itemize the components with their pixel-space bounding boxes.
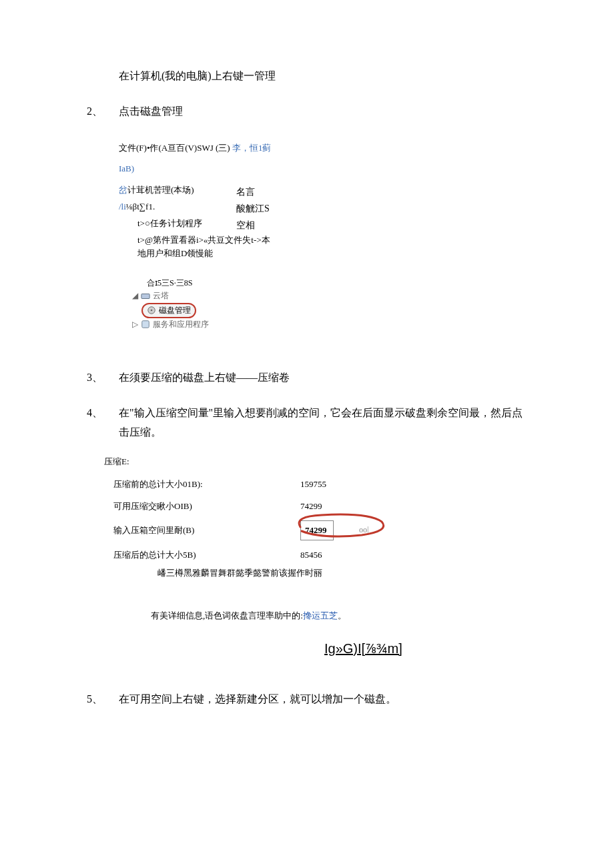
- mmc-tree-storage: ◢ 云塔: [132, 290, 527, 302]
- compress-input-label: 输入压箱空间里耐(B): [113, 522, 300, 538]
- mmc-tree-disk-management[interactable]: 磁盘管理: [132, 303, 527, 318]
- compress-after-label: 压缩后的总计大小5B): [113, 547, 300, 562]
- compress-info: 有美详细信息,语色词依盘言理率助中的:搀运五芝。: [151, 608, 527, 623]
- mmc-window-block: 文件(F)•作(A亘百(V)SWJ (三) 李，恒1蓟 IaB) 岔计茸机苦理(…: [119, 141, 527, 331]
- compress-input-field[interactable]: 74299: [300, 520, 334, 540]
- step-4-text: 在"输入压缩空间量"里输入想要削减的空间，它会在后面显示破盘剩余空间最，然后点击…: [119, 404, 527, 442]
- step-3-num: 3、: [87, 368, 119, 388]
- svg-rect-3: [142, 321, 149, 328]
- mmc-right-label-2: 酸觥江S: [236, 200, 270, 217]
- compress-title: 压缩E:: [104, 454, 527, 469]
- mmc-tree-row-4: t>@第件置看器i>«共豆文件失t->本地用户和组D领慢能: [119, 234, 272, 260]
- disk-icon: [147, 306, 156, 315]
- compress-note: 嶓三樽黑雅麟冒舞群懿季懿警前该握作时丽: [158, 565, 527, 580]
- step-5-text: 在可用空间上右键，选择新建分区，就可以增加一个磁盘。: [119, 690, 527, 709]
- spinner-icon: oo|: [359, 523, 368, 538]
- services-icon: [141, 320, 150, 329]
- step-5-num: 5、: [87, 690, 119, 709]
- compress-row-input: 输入压箱空间里耐(B) 74299 oo|: [104, 520, 527, 540]
- step-2: 2、 点击磁盘管理: [87, 102, 527, 121]
- svg-rect-0: [141, 294, 149, 298]
- mmc-tree-caption: 合ɪ5三S·三8S: [147, 277, 527, 290]
- compress-row-avail: 可用压缩交瞅小OIB) 74299: [104, 498, 527, 514]
- mmc-tree-services: ▷ 服务和应用程序: [132, 318, 527, 331]
- step-4: 4、 在"输入压缩空间量"里输入想要削减的空间，它会在后面显示破盘剩余空间最，然…: [87, 404, 527, 442]
- step-3: 3、 在须要压缩的磁盘上右键——压缩卷: [87, 368, 527, 388]
- mmc-tree-row-2: /li⅛βt∑f1. 酸觥江S: [119, 200, 527, 217]
- step-4-num: 4、: [87, 404, 119, 442]
- help-link[interactable]: 搀运五芝: [303, 610, 338, 620]
- mmc-tree-row-root: 岔计茸机苦理(本场) 名言: [119, 183, 527, 200]
- expand-icon: ▷: [132, 318, 138, 331]
- mmc-tree-row-3: t>○任务计划程序 空相: [119, 217, 527, 234]
- compress-avail-label: 可用压缩交瞅小OIB): [113, 498, 300, 514]
- svg-point-2: [151, 310, 153, 312]
- compress-before-label: 压缩前的总计大小01B):: [113, 476, 300, 492]
- mmc-tree-image-block: 合ɪ5三S·三8S ◢ 云塔 磁盘管理 ▷ 服务和应用程序: [132, 277, 527, 331]
- step-3-text: 在须要压缩的磁盘上右键——压缩卷: [119, 368, 527, 388]
- compress-row-after: 压缩后的总计大小5B) 85456: [104, 547, 527, 562]
- intro-line: 在计算机(我的电脑)上右键一管理: [87, 67, 527, 86]
- mmc-toolbar: IaB): [119, 162, 527, 175]
- compress-dialog: 压缩E: 压缩前的总计大小01B): 159755 可用压缩交瞅小OIB) 74…: [104, 454, 527, 661]
- compress-avail-value: 74299: [300, 498, 354, 514]
- expand-icon: ◢: [132, 290, 138, 302]
- mmc-right-label-3: 空相: [236, 217, 255, 234]
- compress-button[interactable]: Ig»G)I[⅞¾m]: [324, 636, 527, 661]
- storage-icon: [141, 292, 150, 301]
- mmc-right-label-1: 名言: [236, 183, 255, 200]
- step-2-text: 点击磁盘管理: [119, 102, 527, 121]
- compress-input-highlight: 74299: [300, 520, 334, 540]
- step-5: 5、 在可用空间上右键，选择新建分区，就可以增加一个磁盘。: [87, 690, 527, 709]
- step-2-num: 2、: [87, 102, 119, 121]
- compress-after-value: 85456: [300, 547, 354, 562]
- compress-row-before: 压缩前的总计大小01B): 159755: [104, 476, 527, 492]
- compress-before-value: 159755: [300, 476, 354, 492]
- mmc-menubar: 文件(F)•作(A亘百(V)SWJ (三) 李，恒1蓟: [119, 141, 527, 155]
